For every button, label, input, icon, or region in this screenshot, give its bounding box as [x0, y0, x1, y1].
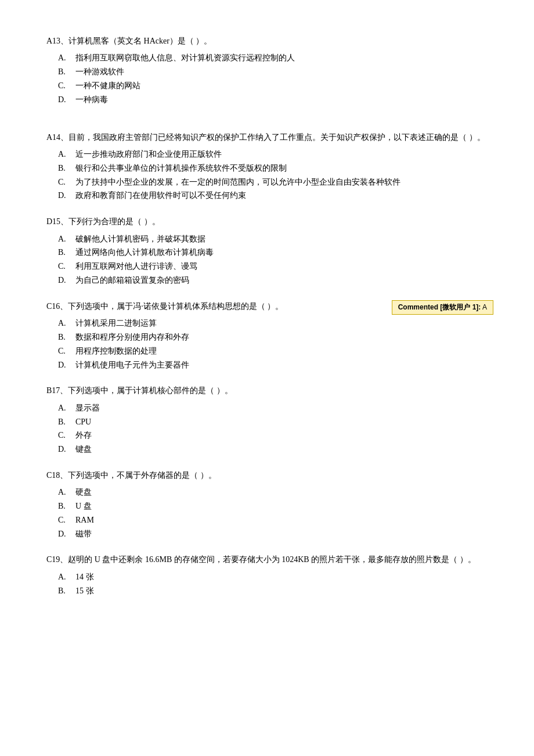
q15-label-a: A.: [58, 232, 70, 246]
question-q15: D15、下列行为合理的是（ ）。 A. 破解他人计算机密码，并破坏其数据 B. …: [46, 215, 488, 287]
q18-text-a: 硬盘: [75, 485, 92, 499]
question-q13: A13、计算机黑客（英文名 HAcker）是（ ）。 A. 指利用互联网窃取他人…: [46, 35, 488, 107]
q18-label-b: B.: [58, 499, 70, 513]
q15-text-d: 为自己的邮箱箱设置复杂的密码: [75, 273, 189, 287]
q16-label-b: B.: [58, 330, 70, 344]
q17-option-c: C. 外存: [58, 429, 488, 442]
q14-option-b: B. 银行和公共事业单位的计算机操作系统软件不受版权的限制: [58, 161, 488, 175]
q19-text-b: 15 张: [75, 584, 94, 598]
q18-option-c: C. RAM: [58, 513, 488, 527]
q17-text-a: 显示器: [75, 401, 100, 415]
q18-label-d: D.: [58, 527, 70, 541]
q14-label-b: B.: [58, 161, 70, 175]
q15-label-c: C.: [58, 260, 70, 273]
q16-option-b: B. 数据和程序分别使用内存和外存: [58, 330, 488, 344]
q15-option-b: B. 通过网络向他人计算机散布计算机病毒: [58, 246, 488, 260]
q18-text-b: U 盘: [75, 499, 92, 513]
q14-text-c: 为了扶持中小型企业的发展，在一定的时间范围内，可以允许中小型企业自由安装各种软件: [75, 175, 400, 189]
q14-text-d: 政府和教育部门在使用软件时可以不受任何约束: [75, 189, 246, 203]
comment-bubble-value: A: [482, 303, 487, 311]
q16-label-c: C.: [58, 344, 70, 358]
question-q19: C19、赵明的 U 盘中还剩余 16.6MB 的存储空间，若要存储大小为 102…: [46, 553, 488, 597]
q19-option-a: A. 14 张: [58, 570, 488, 584]
q15-label-d: D.: [58, 273, 70, 287]
q13-label-b: B.: [58, 65, 70, 79]
q15-option-d: D. 为自己的邮箱箱设置复杂的密码: [58, 273, 488, 287]
q17-label-b: B.: [58, 415, 70, 429]
comment-bubble-label: Commented [微软用户 1]:: [398, 303, 481, 311]
q13-text-c: 一种不健康的网站: [75, 79, 140, 93]
q14-text-a: 近一步推动政府部门和企业使用正版软件: [75, 147, 222, 161]
q13-text-d: 一种病毒: [75, 93, 108, 107]
q18-text-c: RAM: [75, 513, 94, 527]
comment-bubble-q16: Commented [微软用户 1]: A: [392, 300, 493, 315]
q17-option-b: B. CPU: [58, 415, 488, 429]
q13-label-d: D.: [58, 93, 70, 107]
q19-option-b: B. 15 张: [58, 584, 488, 598]
q18-option-a: A. 硬盘: [58, 485, 488, 499]
q14-option-a: A. 近一步推动政府部门和企业使用正版软件: [58, 147, 488, 161]
q16-label-d: D.: [58, 358, 70, 372]
q16-text-b: 数据和程序分别使用内存和外存: [75, 330, 189, 344]
q17-text-c: 外存: [75, 429, 92, 442]
q13-label-a: A.: [58, 51, 70, 65]
q18-option-b: B. U 盘: [58, 499, 488, 513]
q13-text-b: 一种游戏软件: [75, 65, 124, 79]
q19-title: C19、赵明的 U 盘中还剩余 16.6MB 的存储空间，若要存储大小为 102…: [46, 553, 488, 566]
q17-label-c: C.: [58, 429, 70, 442]
q15-title: D15、下列行为合理的是（ ）。: [46, 215, 488, 228]
q17-option-a: A. 显示器: [58, 401, 488, 415]
q18-option-d: D. 磁带: [58, 527, 488, 541]
q16-text-d: 计算机使用电子元件为主要器件: [75, 358, 189, 372]
q13-option-d: D. 一种病毒: [58, 93, 488, 107]
q16-option-c: C. 用程序控制数据的处理: [58, 344, 488, 358]
q14-title: A14、目前，我国政府主管部门已经将知识产权的保护工作纳入了工作重点。关于知识产…: [46, 131, 488, 144]
q15-label-b: B.: [58, 246, 70, 260]
question-q14: A14、目前，我国政府主管部门已经将知识产权的保护工作纳入了工作重点。关于知识产…: [46, 131, 488, 203]
page-container: A13、计算机黑客（英文名 HAcker）是（ ）。 A. 指利用互联网窃取他人…: [0, 0, 534, 756]
q13-title: A13、计算机黑客（英文名 HAcker）是（ ）。: [46, 35, 488, 48]
q14-label-d: D.: [58, 189, 70, 203]
question-q17: B17、下列选项中，属于计算机核心部件的是（ ）。 A. 显示器 B. CPU …: [46, 384, 488, 456]
q18-text-d: 磁带: [75, 527, 92, 541]
q13-option-b: B. 一种游戏软件: [58, 65, 488, 79]
q13-option-c: C. 一种不健康的网站: [58, 79, 488, 93]
q13-option-a: A. 指利用互联网窃取他人信息、对计算机资源实行远程控制的人: [58, 51, 488, 65]
q19-label-b: B.: [58, 584, 70, 598]
q16-label-a: A.: [58, 316, 70, 330]
q16-option-d: D. 计算机使用电子元件为主要器件: [58, 358, 488, 372]
q14-text-b: 银行和公共事业单位的计算机操作系统软件不受版权的限制: [75, 161, 287, 175]
q17-text-d: 键盘: [75, 442, 92, 456]
q15-text-b: 通过网络向他人计算机散布计算机病毒: [75, 246, 214, 260]
q19-text-a: 14 张: [75, 570, 94, 584]
q16-text-a: 计算机采用二进制运算: [75, 316, 157, 330]
q15-text-c: 利用互联网对他人进行诽谤、谩骂: [75, 260, 197, 273]
q17-text-b: CPU: [75, 415, 91, 429]
q14-option-d: D. 政府和教育部门在使用软件时可以不受任何约束: [58, 189, 488, 203]
q17-option-d: D. 键盘: [58, 442, 488, 456]
q19-label-a: A.: [58, 570, 70, 584]
q13-text-a: 指利用互联网窃取他人信息、对计算机资源实行远程控制的人: [75, 51, 295, 65]
q16-option-a: A. 计算机采用二进制运算: [58, 316, 488, 330]
q14-label-c: C.: [58, 175, 70, 189]
q16-text-c: 用程序控制数据的处理: [75, 344, 157, 358]
q17-label-a: A.: [58, 401, 70, 415]
q17-title: B17、下列选项中，属于计算机核心部件的是（ ）。: [46, 384, 488, 397]
q13-label-c: C.: [58, 79, 70, 93]
q14-label-a: A.: [58, 147, 70, 161]
q15-text-a: 破解他人计算机密码，并破坏其数据: [75, 232, 205, 246]
q18-title: C18、下列选项中，不属于外存储器的是（ ）。: [46, 469, 488, 482]
question-q16-wrapper: C16、下列选项中，属于冯·诺依曼计算机体系结构思想的是（ ）。 A. 计算机采…: [46, 300, 488, 372]
q14-option-c: C. 为了扶持中小型企业的发展，在一定的时间范围内，可以允许中小型企业自由安装各…: [58, 175, 488, 189]
q18-label-c: C.: [58, 513, 70, 527]
q18-label-a: A.: [58, 485, 70, 499]
q17-label-d: D.: [58, 442, 70, 456]
question-q18: C18、下列选项中，不属于外存储器的是（ ）。 A. 硬盘 B. U 盘 C. …: [46, 469, 488, 541]
q15-option-a: A. 破解他人计算机密码，并破坏其数据: [58, 232, 488, 246]
q15-option-c: C. 利用互联网对他人进行诽谤、谩骂: [58, 260, 488, 273]
